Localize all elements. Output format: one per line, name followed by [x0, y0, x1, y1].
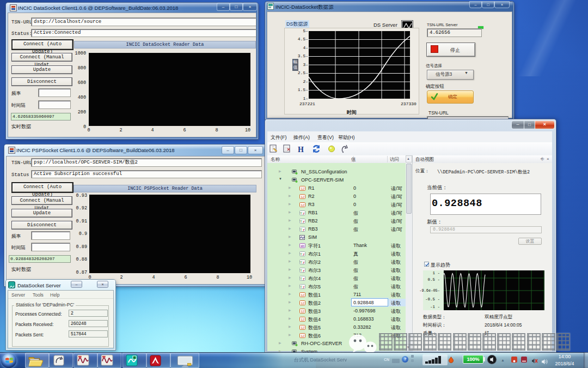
svg-text:12: 12: [301, 187, 304, 190]
svg-text:12: 12: [301, 293, 304, 297]
svg-text:ab: ab: [301, 244, 304, 248]
svg-text:T: T: [300, 219, 303, 224]
svg-text:12: 12: [301, 318, 304, 321]
svg-text:12: 12: [301, 310, 304, 313]
svg-text:H: H: [298, 146, 304, 154]
svg-text:T: T: [300, 268, 303, 273]
svg-text:T: T: [300, 211, 303, 215]
svg-text:12: 12: [301, 301, 304, 305]
svg-text:12: 12: [301, 326, 304, 329]
svg-text:T: T: [300, 260, 303, 264]
svg-text:12: 12: [301, 195, 304, 198]
svg-text:T: T: [300, 252, 303, 256]
svg-text:T: T: [300, 276, 303, 281]
svg-text:12: 12: [301, 203, 304, 207]
svg-text:12: 12: [301, 334, 304, 337]
svg-text:T: T: [300, 227, 303, 232]
svg-text:T: T: [300, 285, 303, 289]
